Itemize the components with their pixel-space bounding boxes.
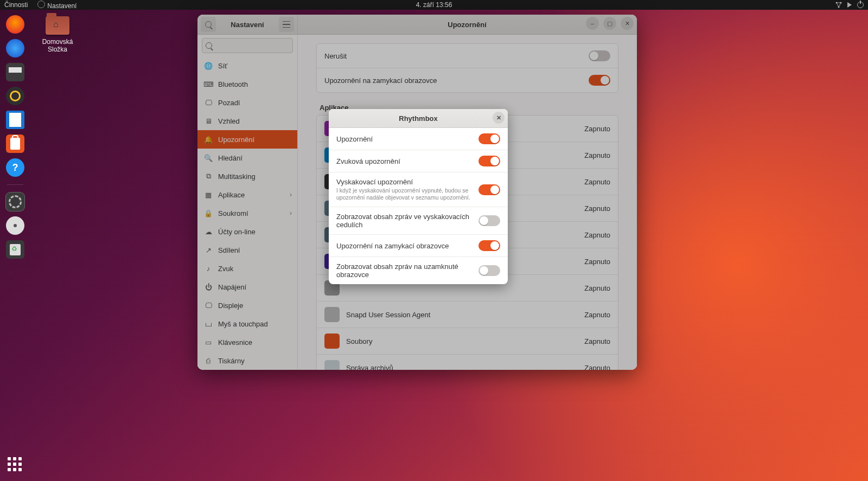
app-status: Zapnuto [584, 204, 610, 213]
sidebar-icon: ▭ [204, 338, 213, 347]
popover-row: Upozornění [329, 128, 508, 150]
sidebar-item-label: Myš a touchpad [218, 320, 268, 328]
sidebar-item-vzhled[interactable]: 🖥Vzhled [197, 112, 297, 130]
popover-title: Rhythmbox ✕ [329, 109, 508, 128]
popover-close-button[interactable]: ✕ [493, 112, 505, 124]
dock-firefox[interactable] [6, 15, 24, 34]
sidebar-item-sdílení[interactable]: ↗Sdílení [197, 241, 297, 259]
lockscreen-toggle[interactable] [589, 75, 610, 86]
sidebar-item-hledání[interactable]: 🔍Hledání [197, 149, 297, 167]
volume-icon[interactable] [847, 2, 852, 8]
window-title-right: Upozornění [448, 21, 487, 29]
sidebar-item-label: Klávesnice [218, 338, 252, 347]
popover-row: Zobrazovat obsah zpráv na uzamknuté obra… [329, 257, 508, 284]
popover-toggle[interactable] [478, 133, 500, 144]
search-icon [205, 21, 212, 28]
hamburger-menu-button[interactable] [279, 17, 294, 32]
sidebar-item-label: Tiskárny [218, 357, 245, 365]
window-title-left: Nastavení [216, 21, 279, 29]
sidebar-item-label: Síť [218, 62, 227, 70]
network-icon[interactable] [835, 2, 842, 8]
popover-row: Vyskakovací upozorněníI když je vyskakov… [329, 172, 508, 207]
dock-software[interactable] [6, 134, 24, 153]
sidebar-item-label: Bluetooth [218, 80, 248, 88]
sidebar-icon: ⏻ [204, 283, 213, 291]
dock: ? [0, 10, 30, 481]
app-status: Zapnuto [584, 231, 610, 239]
dock-settings[interactable] [6, 193, 24, 211]
app-name: Soubory [346, 337, 372, 345]
dock-files[interactable] [6, 63, 24, 81]
sidebar-icon: ⧉ [204, 172, 213, 181]
app-row[interactable]: Snapd User Session AgentZapnuto [317, 302, 618, 328]
popover-toggle[interactable] [478, 156, 500, 166]
popover-toggle[interactable] [478, 240, 500, 251]
activities-button[interactable]: Činnosti [4, 1, 28, 9]
sidebar-item-aplikace[interactable]: ▦Aplikace› [197, 185, 297, 204]
sidebar-item-upozornění[interactable]: 🔔Upozornění [197, 130, 297, 149]
sidebar-search-input[interactable] [202, 38, 293, 53]
maximize-button[interactable]: ▢ [603, 17, 616, 30]
dock-trash[interactable] [6, 240, 24, 259]
sidebar-item-napájení[interactable]: ⏻Napájení [197, 278, 297, 296]
sidebar-item-pozadí[interactable]: 🖵Pozadí [197, 93, 297, 112]
sidebar-icon: 🔍 [204, 153, 213, 162]
general-panel: Nerušit Upozornění na zamykací obrazovce [316, 43, 618, 93]
sidebar-item-label: Displeje [218, 302, 243, 310]
app-row[interactable]: Správa archivůZapnuto [317, 355, 618, 370]
search-icon [206, 42, 212, 49]
popover-toggle[interactable] [478, 215, 500, 226]
popover-row-label: Upozornění na zamykací obrazovce [336, 242, 449, 250]
app-status: Zapnuto [584, 311, 610, 319]
sidebar-item-displeje[interactable]: 🖵Displeje [197, 296, 297, 315]
close-button[interactable]: ✕ [621, 17, 634, 30]
sidebar-item-label: Hledání [218, 154, 242, 162]
sidebar-item-multitasking[interactable]: ⧉Multitasking [197, 167, 297, 185]
sidebar-item-bluetooth[interactable]: ⌨Bluetooth [197, 75, 297, 93]
sidebar-item-tiskárny[interactable]: ⎙Tiskárny [197, 351, 297, 370]
dock-rhythmbox[interactable] [6, 87, 24, 105]
power-icon[interactable] [857, 2, 864, 8]
sidebar-icon: ⎙ [204, 356, 213, 365]
settings-sidebar: 🌐Síť⌨Bluetooth🖵Pozadí🖥Vzhled🔔Upozornění🔍… [197, 35, 298, 370]
sidebar-icon: ♪ [204, 264, 213, 273]
app-icon [324, 360, 340, 370]
sidebar-item-účty-on-line[interactable]: ☁Účty on-line [197, 222, 297, 241]
sidebar-item-label: Aplikace [218, 191, 245, 199]
topbar-clock[interactable]: 4. září 13:56 [416, 1, 452, 9]
app-status: Zapnuto [584, 125, 610, 133]
dock-thunderbird[interactable] [6, 39, 24, 57]
dock-separator [7, 184, 23, 185]
sidebar-item-klávesnice[interactable]: ▭Klávesnice [197, 333, 297, 351]
app-status: Zapnuto [584, 178, 610, 186]
popover-toggle[interactable] [478, 184, 500, 195]
desktop-home-folder[interactable]: Domovská Složka [35, 16, 80, 53]
popover-toggle[interactable] [478, 265, 500, 276]
desktop-home-label: Domovská Složka [35, 38, 80, 53]
popover-row-label: Zobrazovat obsah zpráv na uzamknuté obra… [336, 262, 458, 279]
minimize-button[interactable]: – [586, 17, 599, 30]
app-row[interactable]: SouboryZapnuto [317, 328, 618, 355]
sidebar-item-label: Pozadí [218, 99, 240, 107]
dock-show-apps[interactable] [8, 457, 23, 472]
sidebar-item-label: Soukromí [218, 209, 248, 217]
window-titlebar: Nastavení Upozornění – ▢ ✕ [197, 15, 637, 35]
sidebar-item-myš-a-touchpad[interactable]: ⌴Myš a touchpad [197, 315, 297, 333]
sidebar-item-label: Účty on-line [218, 228, 256, 236]
folder-icon [46, 16, 69, 35]
popover-row-label: Upozornění [336, 135, 373, 143]
dock-help[interactable]: ? [6, 158, 24, 177]
dnd-label: Nerušit [324, 52, 347, 60]
topbar-app[interactable]: Nastavení [37, 1, 76, 10]
app-status: Zapnuto [584, 284, 610, 292]
sidebar-icon: 🖥 [204, 117, 213, 125]
dock-writer[interactable] [6, 111, 24, 129]
sidebar-item-soukromí[interactable]: 🔒Soukromí› [197, 204, 297, 222]
dock-disc[interactable] [6, 216, 24, 235]
sidebar-search-button[interactable] [201, 17, 216, 32]
sidebar-item-síť[interactable]: 🌐Síť [197, 56, 297, 75]
menu-icon [283, 21, 290, 28]
popover-row: Zvuková upozornění [329, 150, 508, 172]
sidebar-item-zvuk[interactable]: ♪Zvuk [197, 259, 297, 278]
dnd-toggle[interactable] [589, 50, 610, 61]
